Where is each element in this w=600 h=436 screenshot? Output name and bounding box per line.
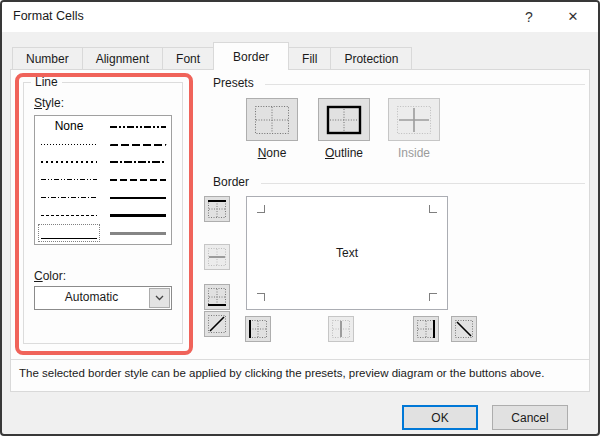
- style-label: Style:: [34, 96, 64, 110]
- medium-dashed-line-glyph: [110, 179, 166, 181]
- tab-protection[interactable]: Protection: [330, 47, 412, 70]
- inner-vertical-border-button: [328, 316, 354, 342]
- color-dropdown-value: Automatic: [35, 287, 148, 309]
- line-style-option-thick-solid[interactable]: [107, 207, 169, 225]
- bottom-border-icon: [207, 287, 227, 307]
- none-option-label: None: [55, 119, 84, 133]
- medium-dash-dot-line-glyph: [110, 161, 166, 163]
- diagonal-down-border-icon: [454, 319, 474, 339]
- line-style-option-dotted[interactable]: [38, 153, 100, 171]
- hint-text: The selected border style can be applied…: [19, 367, 583, 379]
- preset-none-button[interactable]: [246, 98, 298, 141]
- preview-corner-bottom-right: [429, 293, 437, 301]
- medium-solid-line-glyph: [110, 197, 166, 199]
- line-style-column-left: None: [38, 118, 100, 242]
- tab-strip: Number Alignment Font Border Fill Protec…: [12, 42, 411, 70]
- chevron-down-icon: [155, 295, 164, 301]
- line-style-option-hairline-dotted[interactable]: [38, 136, 100, 154]
- title-bar: Format Cells ? ✕: [2, 2, 598, 32]
- left-border-button[interactable]: [245, 316, 271, 342]
- line-style-option-medium-dash-dot[interactable]: [107, 153, 169, 171]
- cancel-button[interactable]: Cancel: [492, 405, 568, 430]
- dashed-line-glyph: [41, 215, 97, 216]
- line-style-listbox[interactable]: None: [34, 115, 172, 245]
- preset-inside-button: [388, 98, 440, 141]
- line-style-column-right: [107, 118, 169, 242]
- line-group-title: Line: [31, 75, 62, 89]
- line-style-option-dashed[interactable]: [38, 207, 100, 225]
- line-style-option-medium-solid[interactable]: [107, 189, 169, 207]
- line-style-option-none[interactable]: None: [38, 118, 100, 136]
- diagonal-up-border-icon: [207, 314, 227, 334]
- line-style-option-thin-solid-selected[interactable]: [38, 224, 100, 242]
- preset-none-label: None: [246, 146, 298, 160]
- dash-dot-dot-line-glyph: [41, 179, 97, 180]
- hairline-dotted-line-glyph: [41, 144, 97, 145]
- preset-outline-button[interactable]: [318, 98, 370, 141]
- tab-number[interactable]: Number: [12, 47, 83, 70]
- line-style-option-double[interactable]: [107, 224, 169, 242]
- border-divider: [261, 183, 585, 184]
- color-label: Color:: [34, 269, 66, 283]
- slant-dash-dot-line-glyph: [109, 144, 166, 146]
- border-preview-diagram[interactable]: Text: [246, 196, 448, 310]
- line-style-option-medium-dash-dot-dot[interactable]: [107, 118, 169, 136]
- thin-solid-line-glyph: [41, 238, 97, 239]
- preview-corner-top-left: [257, 205, 265, 213]
- color-dropdown-button[interactable]: [149, 288, 170, 308]
- preset-inside-icon: [396, 105, 432, 135]
- hint-divider: [11, 359, 589, 360]
- medium-dash-dot-dot-line-glyph: [110, 126, 166, 128]
- border-tab-page: Line Style: None: [10, 69, 590, 392]
- dash-dot-line-glyph: [41, 197, 97, 198]
- left-border-icon: [248, 319, 268, 339]
- preview-corner-top-right: [429, 205, 437, 213]
- tab-fill[interactable]: Fill: [288, 47, 331, 70]
- right-border-button[interactable]: [413, 316, 439, 342]
- preset-none-icon: [254, 105, 290, 135]
- border-section-title: Border: [213, 175, 249, 189]
- top-border-button[interactable]: [204, 196, 230, 222]
- tab-font[interactable]: Font: [162, 47, 214, 70]
- bottom-border-button[interactable]: [204, 284, 230, 310]
- line-style-option-slant-dash-dot[interactable]: [107, 136, 169, 154]
- preview-corner-bottom-left: [257, 293, 265, 301]
- diagonal-up-border-button[interactable]: [204, 311, 230, 337]
- inner-horizontal-border-button: [204, 244, 230, 270]
- close-icon[interactable]: ✕: [556, 2, 590, 32]
- line-group: Line Style: None: [23, 82, 183, 344]
- ok-button[interactable]: OK: [402, 405, 478, 430]
- inner-horizontal-border-icon: [207, 247, 227, 267]
- preset-outline-label: Outline: [318, 146, 370, 160]
- preset-outline-icon: [326, 105, 362, 135]
- presets-divider: [265, 84, 585, 85]
- top-border-icon: [207, 199, 227, 219]
- tab-alignment[interactable]: Alignment: [82, 47, 163, 70]
- line-style-option-dash-dot-dot[interactable]: [38, 171, 100, 189]
- preset-inside-label: Inside: [388, 146, 440, 160]
- preview-text: Text: [336, 246, 358, 260]
- thick-solid-line-glyph: [110, 214, 166, 217]
- dialog-title: Format Cells: [13, 9, 84, 23]
- presets-section-title: Presets: [213, 76, 254, 90]
- right-border-icon: [416, 319, 436, 339]
- color-dropdown[interactable]: Automatic: [34, 286, 172, 310]
- inner-vertical-border-icon: [331, 319, 351, 339]
- dotted-line-glyph: [41, 161, 97, 163]
- line-style-option-dash-dot[interactable]: [38, 189, 100, 207]
- line-style-option-medium-dashed[interactable]: [107, 171, 169, 189]
- diagonal-down-border-button[interactable]: [451, 316, 477, 342]
- tab-border[interactable]: Border: [213, 42, 289, 70]
- double-line-glyph: [110, 232, 166, 235]
- format-cells-dialog: Format Cells ? ✕ Number Alignment Font B…: [0, 0, 600, 436]
- help-icon[interactable]: ?: [512, 2, 546, 32]
